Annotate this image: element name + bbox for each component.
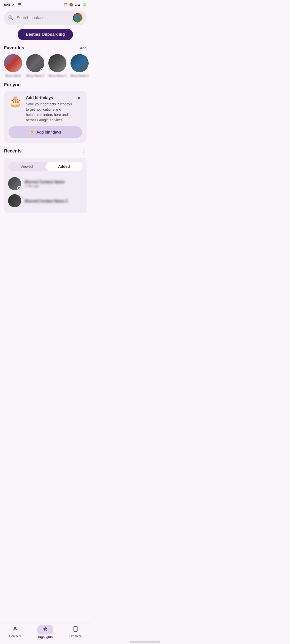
recent-sub-1: 1 day ago xyxy=(25,184,83,188)
status-bar: 6:46 >_ 🏴 ▲ xyxy=(0,0,91,8)
favorite-avatar-1 xyxy=(4,54,22,72)
favorites-title: Favorites xyxy=(4,45,24,51)
tab-viewed[interactable]: Viewed xyxy=(8,162,45,171)
favorite-item[interactable]: Blurry Name 3 xyxy=(48,54,66,77)
status-left: 6:46 >_ 🏴 xyxy=(4,3,21,7)
birthday-card: 🎂 Add birthdays Save your contacts' birt… xyxy=(4,91,87,143)
favorite-item[interactable]: Blurry Name 4 xyxy=(70,54,89,77)
status-dot xyxy=(40,68,44,72)
tab-added[interactable]: Added xyxy=(45,162,83,171)
recents-card: Viewed Added Blurred Contact Name 1 day … xyxy=(4,158,87,213)
status-right: ▲ xyxy=(64,3,87,7)
search-icon: 🔍 xyxy=(8,15,14,21)
birthday-card-header: 🎂 Add birthdays Save your contacts' birt… xyxy=(9,96,82,123)
favorite-item[interactable]: Blurry Name 2 xyxy=(26,54,44,77)
favorites-header: Favorites Add xyxy=(0,45,91,54)
recent-info-1: Blurred Contact Name 1 day ago xyxy=(25,180,83,188)
recent-status-dot xyxy=(17,186,21,190)
search-input[interactable] xyxy=(17,16,70,20)
user-avatar-ring[interactable]: 👤 xyxy=(73,13,83,23)
birthday-card-description: Save your contacts' birthdays to get not… xyxy=(26,102,72,123)
recents-more-button[interactable]: ⋮ xyxy=(81,148,87,154)
search-bar[interactable]: 🔍 👤 xyxy=(4,11,87,25)
besties-onboarding-button[interactable]: Besties Onboarding xyxy=(18,29,73,40)
favorite-name-3: Blurry Name 3 xyxy=(49,74,66,77)
favorite-name-4: Blurry Name 4 xyxy=(71,74,88,77)
add-birthday-button[interactable]: 🎂 Add birthdays xyxy=(9,126,82,138)
favorite-avatar-3 xyxy=(48,54,66,72)
recent-contact-2[interactable]: Blurred Contact Name 2 xyxy=(8,192,83,209)
birthday-icon: 🎂 xyxy=(9,96,22,107)
muted-icon xyxy=(69,3,73,7)
recent-avatar-1 xyxy=(8,177,21,190)
birthday-card-close-button[interactable]: ✕ xyxy=(76,96,82,101)
favorite-item[interactable]: Blurry Name xyxy=(4,54,22,77)
recents-title: Recents xyxy=(4,148,22,154)
battery-icon xyxy=(82,3,87,7)
user-avatar: 👤 xyxy=(74,14,82,22)
birthday-btn-icon: 🎂 xyxy=(29,130,34,135)
recent-avatar-2 xyxy=(8,194,21,207)
for-you-title: For you xyxy=(4,82,87,88)
birthday-text-block: Add birthdays Save your contacts' birthd… xyxy=(26,96,72,123)
favorite-avatar-4 xyxy=(70,54,89,72)
favorite-name-2: Blurry Name 2 xyxy=(26,74,44,77)
recent-name-1: Blurred Contact Name xyxy=(25,180,83,184)
recents-header: Recents ⋮ xyxy=(4,148,87,154)
wifi-icon: ▲ xyxy=(75,3,81,7)
favorite-name-1: Blurry Name xyxy=(5,74,21,77)
recents-section: Recents ⋮ Viewed Added Blurred Contact N… xyxy=(0,148,91,233)
favorites-row: Blurry Name Blurry Name 2 Blurry Name 3 … xyxy=(0,54,91,82)
recents-tabs: Viewed Added xyxy=(8,162,83,171)
status-flag: 🏴 xyxy=(17,3,21,7)
favorite-avatar-2 xyxy=(26,54,44,72)
status-terminal: >_ xyxy=(12,3,16,7)
recent-name-2: Blurred Contact Name 2 xyxy=(25,199,83,203)
birthday-card-title: Add birthdays xyxy=(26,96,72,100)
for-you-section: For you 🎂 Add birthdays Save your contac… xyxy=(0,82,91,148)
alarm-icon xyxy=(64,3,68,7)
recent-info-2: Blurred Contact Name 2 xyxy=(25,199,83,203)
status-time: 6:46 xyxy=(4,3,11,7)
favorites-add-button[interactable]: Add xyxy=(80,46,87,50)
recent-contact-1[interactable]: Blurred Contact Name 1 day ago xyxy=(8,175,83,192)
birthday-btn-label: Add birthdays xyxy=(37,130,61,135)
